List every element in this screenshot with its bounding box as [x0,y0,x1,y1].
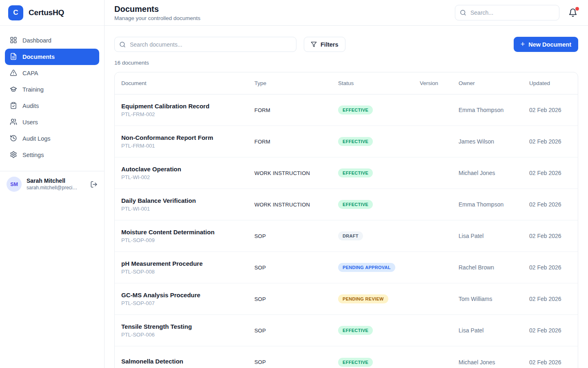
column-header-status: Status [338,80,420,86]
table-row[interactable]: GC-MS Analysis Procedure PTL-SOP-007 SOP… [115,283,578,315]
document-search [114,37,296,52]
document-id: PTL-FRM-002 [121,111,254,117]
capa-icon [10,69,17,78]
document-updated: 02 Feb 2026 [529,233,571,239]
document-updated: 02 Feb 2026 [529,359,571,366]
documents-icon [10,53,17,61]
sidebar-item-documents[interactable]: Documents [5,49,99,65]
sidebar-item-training[interactable]: Training [5,81,99,98]
notifications-button[interactable] [568,8,577,17]
document-type: SOP [254,296,338,302]
table-row[interactable]: Daily Balance Verification PTL-WI-001 WO… [115,189,578,220]
sidebar-item-dashboard[interactable]: Dashboard [5,32,99,49]
document-updated: 02 Feb 2026 [529,138,571,145]
column-header-document: Document [121,80,254,86]
column-header-type: Type [254,80,338,86]
document-id: PTL-SOP-007 [121,300,254,306]
notification-dot [575,7,579,11]
sidebar-item-settings[interactable]: Settings [5,147,99,163]
document-type: FORM [254,139,338,145]
logout-button[interactable] [90,181,98,188]
status-badge: EFFECTIVE [338,200,373,209]
table-row[interactable]: Tensile Strength Testing PTL-SOP-006 SOP… [115,315,578,346]
document-type: WORK INSTRUCTION [254,202,338,208]
documents-table: DocumentTypeStatusVersionOwnerUpdated Eq… [114,72,578,368]
sidebar-item-capa[interactable]: CAPA [5,65,99,81]
brand-logo-icon: C [8,5,23,20]
filters-button[interactable]: Filters [304,37,345,52]
user-name: Sarah Mitchell [27,177,77,185]
document-title: pH Measurement Procedure [121,260,254,267]
document-title: Moisture Content Determination [121,229,254,236]
sidebar-item-audits[interactable]: Audits [5,98,99,114]
sidebar-nav: Dashboard Documents CAPA Training Audits… [0,26,104,163]
page-subtitle: Manage your controlled documents [114,15,200,21]
user-email: sarah.mitchell@preci… [27,185,77,191]
filter-icon [311,41,317,47]
status-badge: EFFECTIVE [338,358,373,367]
document-type: SOP [254,233,338,239]
filters-label: Filters [321,41,339,48]
table-row[interactable]: Moisture Content Determination PTL-SOP-0… [115,220,578,252]
avatar: SM [7,177,22,192]
content: Filters + New Document 16 documents Docu… [105,26,588,368]
table-row[interactable]: pH Measurement Procedure PTL-SOP-008 SOP… [115,252,578,283]
users-icon [10,118,17,127]
sidebar: C CertusHQ Dashboard Documents CAPA Trai… [0,0,105,368]
audit-logs-icon [10,135,17,143]
document-id: PTL-FRM-001 [121,143,254,149]
document-owner: Lisa Patel [459,233,529,239]
table-row[interactable]: Equipment Calibration Record PTL-FRM-002… [115,94,578,126]
table-row[interactable]: Autoclave Operation PTL-WI-002 WORK INST… [115,157,578,189]
page-title: Documents [114,4,200,14]
audits-icon [10,102,17,110]
sidebar-item-audit-logs[interactable]: Audit Logs [5,130,99,147]
logout-icon [90,181,98,188]
document-updated: 02 Feb 2026 [529,296,571,302]
main-area: Documents Manage your controlled documen… [105,0,588,368]
column-header-owner: Owner [459,80,529,86]
new-document-button[interactable]: + New Document [514,37,578,52]
document-owner: Tom Williams [459,296,529,302]
document-title: Daily Balance Verification [121,197,254,204]
status-badge: PENDING REVIEW [338,294,388,303]
document-type: SOP [254,265,338,271]
table-row[interactable]: Salmonella Detection SOP EFFECTIVE Micha… [115,346,578,368]
table-header-row: DocumentTypeStatusVersionOwnerUpdated [115,72,578,94]
global-search [455,5,559,20]
document-title: Salmonella Detection [121,358,254,365]
document-owner: Michael Jones [459,170,529,176]
document-type: FORM [254,107,338,113]
table-row[interactable]: Non-Conformance Report Form PTL-FRM-001 … [115,126,578,157]
document-owner: James Wilson [459,138,529,145]
document-type: SOP [254,359,338,365]
document-owner: Michael Jones [459,359,529,366]
document-owner: Emma Thompson [459,107,529,113]
search-icon [460,9,466,16]
document-updated: 02 Feb 2026 [529,264,571,271]
topbar: Documents Manage your controlled documen… [105,0,588,26]
document-updated: 02 Feb 2026 [529,327,571,334]
document-updated: 02 Feb 2026 [529,107,571,113]
document-type: WORK INSTRUCTION [254,170,338,176]
document-type: SOP [254,328,338,334]
document-id: PTL-SOP-008 [121,269,254,275]
document-title: Tensile Strength Testing [121,323,254,330]
status-badge: PENDING APPROVAL [338,263,395,272]
document-title: Equipment Calibration Record [121,103,254,110]
document-id: PTL-WI-002 [121,174,254,180]
settings-icon [10,151,17,159]
plus-icon: + [521,40,525,48]
document-title: Autoclave Operation [121,166,254,173]
global-search-input[interactable] [455,5,559,20]
document-id: PTL-SOP-009 [121,237,254,243]
search-icon [119,41,126,48]
document-owner: Emma Thompson [459,201,529,208]
status-badge: EFFECTIVE [338,137,373,146]
training-icon [10,85,17,94]
brand: C CertusHQ [0,0,104,26]
document-search-input[interactable] [114,37,296,52]
sidebar-item-users[interactable]: Users [5,114,99,130]
status-badge: EFFECTIVE [338,105,373,114]
document-id: PTL-WI-001 [121,206,254,212]
